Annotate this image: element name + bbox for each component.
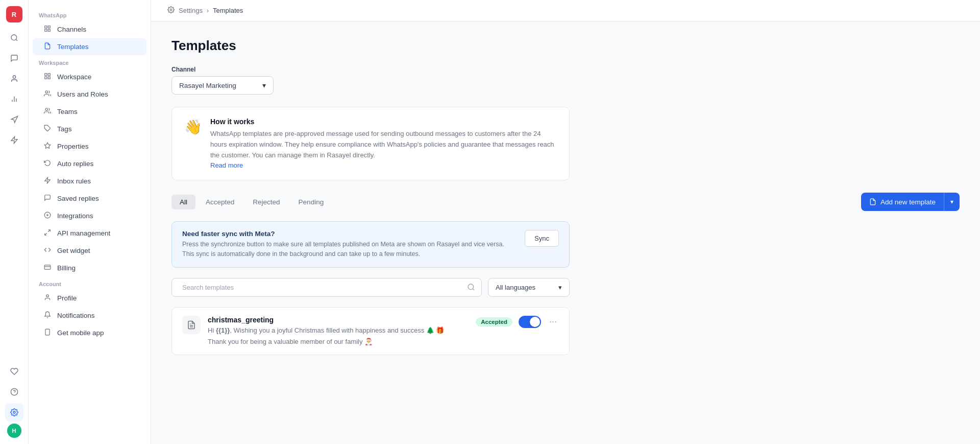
channel-select[interactable]: Rasayel Marketing ▾ [172,76,274,95]
user-avatar[interactable]: H [7,424,21,438]
svg-marker-6 [11,116,18,123]
sidebar-item-properties[interactable]: Properties [33,138,146,155]
help-rail-button[interactable] [5,383,23,401]
properties-label: Properties [57,143,89,150]
template-more-button[interactable]: ··· [547,316,559,327]
tabs: All Accepted Rejected Pending [172,195,332,209]
templates-icon [43,42,52,51]
conversations-rail-button[interactable] [5,49,23,67]
icon-rail: R H [0,0,29,444]
tab-accepted[interactable]: Accepted [198,195,242,209]
sidebar-item-get-mobile-app[interactable]: Get mobile app [33,324,146,341]
channel-label: Channel [172,66,960,73]
settings-topbar-icon [167,6,175,15]
svg-marker-22 [44,143,51,148]
api-management-label: API management [57,229,110,237]
main-content: Settings › Templates Templates Channel R… [151,0,980,444]
topbar: Settings › Templates [151,0,980,21]
sync-banner: Need faster sync with Meta? Press the sy… [172,221,570,268]
sidebar-item-workspace[interactable]: Workspace [33,68,146,85]
sync-button[interactable]: Sync [525,230,559,247]
svg-point-31 [46,295,49,297]
svg-rect-18 [48,77,50,79]
notifications-icon [43,311,52,320]
sidebar-item-billing[interactable]: Billing [33,260,146,276]
sidebar-item-api-management[interactable]: API management [33,225,146,242]
page-title: Templates [172,38,960,54]
sync-text: Need faster sync with Meta? Press the sy… [182,230,517,259]
channel-value: Rasayel Marketing [179,82,236,89]
reports-rail-button[interactable] [5,90,23,108]
whatsapp-section-label: WhatsApp [29,8,151,20]
svg-point-20 [45,108,48,111]
billing-label: Billing [57,264,76,272]
sidebar-item-notifications[interactable]: Notifications [33,307,146,324]
tab-pending[interactable]: Pending [290,195,332,209]
language-filter[interactable]: All languages ▾ [488,278,570,297]
template-file-icon [182,316,201,334]
sidebar-item-users-roles[interactable]: Users and Roles [33,86,146,103]
app-avatar[interactable]: R [6,6,22,22]
get-widget-label: Get widget [57,247,90,254]
template-preview2: Thank you for being a valuable member of… [208,337,469,346]
breadcrumb-settings[interactable]: Settings [179,7,203,14]
add-template-button-group: Add new template ▾ [861,193,960,211]
sidebar-item-tags[interactable]: Tags [33,121,146,137]
template-card: christmas_greeting Hi {{1}}, Wishing you… [172,307,570,355]
svg-rect-16 [48,74,50,76]
workspace-label: Workspace [57,73,91,81]
waving-hand-icon: 👋 [184,119,202,135]
profile-icon [43,294,52,302]
svg-rect-11 [45,26,47,28]
language-filter-chevron-icon: ▾ [558,284,562,291]
contacts-rail-button[interactable] [5,69,23,88]
sidebar-item-channels[interactable]: Channels [33,21,146,38]
info-box: 👋 How it works WhatsApp templates are pr… [172,107,570,180]
campaigns-rail-button[interactable] [5,110,23,129]
settings-rail-button[interactable] [5,403,23,422]
api-management-icon [43,229,52,238]
search-rail-button[interactable] [5,29,23,47]
svg-line-28 [45,233,47,235]
info-content: How it works WhatsApp templates are pre-… [210,118,557,170]
tags-icon [43,125,52,133]
notifications-label: Notifications [57,312,95,319]
svg-line-1 [16,39,17,41]
heart-rail-button[interactable] [5,362,23,381]
template-toggle[interactable] [519,316,541,328]
page-content: Templates Channel Rasayel Marketing ▾ 👋 … [151,21,980,371]
channels-label: Channels [57,26,86,33]
sidebar-item-teams[interactable]: Teams [33,103,146,120]
automation-rail-button[interactable] [5,131,23,149]
search-box [172,278,482,297]
tags-label: Tags [57,125,72,133]
channel-chevron-icon: ▾ [262,81,266,89]
read-more-link[interactable]: Read more [210,161,243,169]
users-roles-icon [43,90,52,99]
sidebar-item-profile[interactable]: Profile [33,290,146,307]
template-name: christmas_greeting [208,316,469,324]
sidebar-item-integrations[interactable]: Integrations [33,207,146,224]
search-icon [467,283,475,291]
sidebar-item-saved-replies[interactable]: Saved replies [33,190,146,207]
search-input[interactable] [178,278,467,296]
svg-rect-29 [44,265,51,269]
template-info: christmas_greeting Hi {{1}}, Wishing you… [208,316,469,346]
auto-replies-label: Auto replies [57,160,93,168]
tab-all[interactable]: All [172,195,195,209]
mobile-app-icon [43,329,52,337]
sidebar-item-inbox-rules[interactable]: Inbox rules [33,173,146,190]
status-badge: Accepted [476,317,512,326]
tab-row: All Accepted Rejected Pending Add new te… [172,193,960,211]
sync-body: Press the synchronize button to make sur… [182,240,517,259]
sync-title: Need faster sync with Meta? [182,230,517,238]
sidebar-item-get-widget[interactable]: Get widget [33,242,146,259]
svg-line-36 [473,289,474,290]
inbox-rules-icon [43,177,52,185]
add-template-dropdown-button[interactable]: ▾ [944,193,960,211]
add-template-button[interactable]: Add new template [861,193,944,211]
sidebar-item-templates[interactable]: Templates [33,38,146,55]
sidebar-item-auto-replies[interactable]: Auto replies [33,155,146,172]
workspace-icon [43,73,52,81]
tab-rejected[interactable]: Rejected [244,195,288,209]
